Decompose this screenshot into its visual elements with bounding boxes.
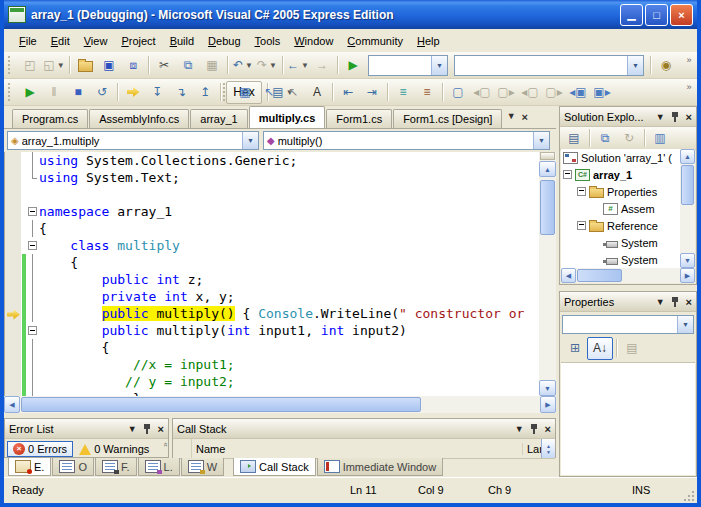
scrollbar-thumb[interactable]: [577, 269, 622, 282]
start-debugging-button[interactable]: ▶: [341, 55, 365, 76]
collapse-box-icon[interactable]: [28, 241, 37, 250]
auto-hide-pin-icon[interactable]: [143, 423, 152, 434]
scroll-spinner[interactable]: ▲ ▼: [541, 439, 555, 458]
errors-filter-button[interactable]: × 0 Errors: [7, 441, 73, 457]
menu-item-edit[interactable]: Edit: [44, 32, 77, 50]
show-next-statement-button[interactable]: [121, 82, 145, 103]
indicator-margin[interactable]: [5, 220, 21, 237]
tree-expander-icon[interactable]: [563, 170, 572, 179]
quick-info-button[interactable]: ↖: [281, 82, 305, 103]
close-icon[interactable]: ×: [158, 423, 164, 435]
step-over-button[interactable]: ↴: [169, 82, 193, 103]
scroll-up-icon[interactable]: ▲: [680, 149, 695, 164]
toolbar-overflow-icon[interactable]: »: [683, 56, 695, 65]
scrollbar-thumb[interactable]: [21, 397, 421, 412]
view-code-button[interactable]: ▥: [648, 128, 672, 149]
scrollbar-thumb[interactable]: [681, 165, 694, 205]
menu-item-view[interactable]: View: [77, 32, 115, 50]
refresh-button[interactable]: ↻: [617, 128, 641, 149]
previous-bookmark-button[interactable]: ◂▢: [470, 82, 494, 103]
close-button[interactable]: ×: [670, 4, 693, 26]
tab-assemblyinfo-cs[interactable]: AssemblyInfo.cs: [89, 109, 189, 128]
indicator-margin[interactable]: [5, 373, 21, 390]
toggle-bookmark-button[interactable]: ▢: [446, 82, 470, 103]
tab-form1-cs[interactable]: Form1.cs: [326, 109, 392, 128]
indicator-margin[interactable]: [5, 254, 21, 271]
tab-program-cs[interactable]: Program.cs: [12, 109, 88, 128]
tab-multiply-cs[interactable]: multiply.cs: [249, 106, 326, 128]
collapse-box-icon[interactable]: [28, 326, 37, 335]
bottom-tab-watch[interactable]: W: [181, 458, 224, 476]
comment-lines-button[interactable]: ≡: [391, 82, 415, 103]
dropdown-arrow-icon[interactable]: ▼: [431, 56, 447, 75]
code-editor[interactable]: using System.Collections.Generic;using S…: [5, 152, 540, 396]
new-project-button[interactable]: ◰: [18, 55, 42, 76]
tree-item-system[interactable]: System: [561, 234, 680, 251]
toolbar-overflow-icon[interactable]: »: [160, 442, 169, 446]
next-bookmark-button[interactable]: ▢▸: [494, 82, 518, 103]
outlining-margin[interactable]: [26, 254, 39, 271]
step-into-button[interactable]: ↧: [145, 82, 169, 103]
parameter-info-button[interactable]: ↖: [257, 82, 281, 103]
scroll-right-icon[interactable]: ▶: [540, 396, 556, 413]
splitter-grip[interactable]: [540, 152, 555, 160]
editor-horizontal-scrollbar[interactable]: ◀ ▶: [4, 396, 556, 413]
tree-item-properties[interactable]: Properties: [561, 183, 680, 200]
scroll-right-icon[interactable]: ▶: [680, 268, 695, 283]
alphabetical-button[interactable]: A↓: [587, 337, 613, 360]
previous-bookmark-in-folder-button[interactable]: ◂▢: [518, 82, 542, 103]
toolbar-dropdown-1[interactable]: ▼: [368, 55, 448, 76]
property-pages-button[interactable]: ▤: [620, 338, 644, 359]
auto-hide-pin-icon[interactable]: [530, 423, 539, 434]
save-all-button[interactable]: ⧈: [121, 55, 145, 76]
menu-item-tools[interactable]: Tools: [248, 32, 288, 50]
menu-item-window[interactable]: Window: [287, 32, 340, 50]
tree-item-reference[interactable]: Reference: [561, 217, 680, 234]
outlining-margin[interactable]: [26, 373, 39, 390]
collapse-box-icon[interactable]: [28, 207, 37, 216]
tab-form1-cs-design[interactable]: Form1.cs [Design]: [393, 109, 502, 128]
outlining-margin[interactable]: [26, 186, 39, 203]
auto-hide-pin-icon[interactable]: [671, 296, 680, 307]
warnings-filter-button[interactable]: 0 Warnings: [73, 441, 155, 457]
close-icon[interactable]: ×: [545, 423, 551, 435]
paste-button[interactable]: ▦: [200, 55, 224, 76]
tree-item-system[interactable]: System: [561, 251, 680, 268]
cut-button[interactable]: ✂: [152, 55, 176, 76]
next-bookmark-in-document-button[interactable]: ▣▸: [590, 82, 614, 103]
minimize-button[interactable]: ▁: [620, 4, 643, 26]
menu-item-help[interactable]: Help: [410, 32, 447, 50]
increase-indent-button[interactable]: ⇥: [360, 82, 384, 103]
outlining-margin[interactable]: [26, 203, 39, 220]
scrollbar-thumb[interactable]: [540, 180, 555, 235]
spin-down-icon[interactable]: ▼: [546, 449, 551, 455]
display-member-list-button[interactable]: ▦: [233, 82, 257, 103]
bottom-tab-output[interactable]: O: [52, 458, 94, 476]
scroll-down-icon[interactable]: ▼: [680, 253, 695, 268]
bottom-tab-immediate-window[interactable]: Immediate Window: [317, 458, 444, 476]
menu-item-project[interactable]: Project: [114, 32, 162, 50]
tree-item-array-1[interactable]: C#array_1: [561, 166, 680, 183]
bottom-tab-error-list[interactable]: E.: [8, 458, 51, 476]
outlining-margin[interactable]: [26, 152, 39, 169]
add-new-item-button[interactable]: ◱▼: [42, 55, 66, 76]
indicator-margin[interactable]: [5, 237, 21, 254]
tree-expander-icon[interactable]: [577, 187, 586, 196]
close-icon[interactable]: ×: [686, 296, 692, 308]
resize-grip[interactable]: [682, 489, 695, 502]
bottom-tab-find-results[interactable]: F.: [95, 458, 137, 476]
outlining-margin[interactable]: [26, 288, 39, 305]
next-bookmark-in-folder-button[interactable]: ▢▸: [542, 82, 566, 103]
dropdown-arrow-icon[interactable]: ▼: [301, 61, 309, 70]
tree-horizontal-scrollbar[interactable]: ◀ ▶: [561, 268, 695, 283]
redo-button[interactable]: ↷▼: [255, 55, 279, 76]
tab-list-dropdown-icon[interactable]: ▼: [507, 111, 516, 123]
outlining-margin[interactable]: [26, 322, 39, 339]
menu-item-build[interactable]: Build: [163, 32, 201, 50]
open-file-button[interactable]: [73, 55, 97, 76]
stop-debugging-button[interactable]: ■: [66, 82, 90, 103]
uncomment-lines-button[interactable]: ≡: [415, 82, 439, 103]
word-completion-button[interactable]: A: [305, 82, 329, 103]
types-dropdown[interactable]: ◈ array_1.multiply ▼: [7, 131, 259, 150]
window-position-dropdown-icon[interactable]: ▼: [128, 424, 137, 434]
